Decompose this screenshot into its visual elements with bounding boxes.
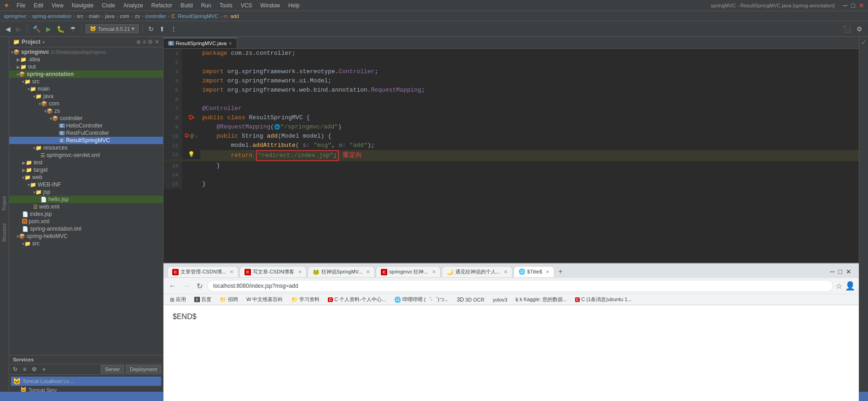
server-tab[interactable]: Server <box>101 365 124 373</box>
breadcrumb-item[interactable]: add <box>230 13 239 19</box>
menu-code[interactable]: Code <box>98 1 119 10</box>
tree-item-resources[interactable]: ▾ 📁 resources <box>9 144 163 151</box>
bean-gutter-icon[interactable]: 🫘 <box>188 113 195 122</box>
browser-maximize[interactable]: □ <box>839 268 842 275</box>
tree-item-spring-annotation[interactable]: ▾ 📦 spring-annotation <box>9 70 163 78</box>
browser-tab-csdn1[interactable]: C 文章管理-CSDN博... ✕ <box>167 266 239 277</box>
tab-close-6[interactable]: ✕ <box>546 269 549 274</box>
browser-tab-title-active[interactable]: 🌐 $Title$ ✕ <box>513 266 555 277</box>
tree-item-test[interactable]: ▶ 📁 test <box>9 159 163 166</box>
close-panel-icon[interactable]: ✕ <box>155 39 159 45</box>
tree-item-idea[interactable]: ▶ 📁 .idea <box>9 56 163 63</box>
tree-item-springmvc-servlet[interactable]: ☰ springmvc-servlet.xml <box>9 151 163 159</box>
new-tab-button[interactable]: + <box>555 267 565 277</box>
browser-tab-kuangshen2[interactable]: C springmvc 狂神... ✕ <box>376 266 440 277</box>
tab-close-1[interactable]: ✕ <box>230 269 233 274</box>
bookmark-bilibili[interactable]: 🌐 哔哩哔哩 (゜-゜)つ... <box>391 295 451 304</box>
services-refresh-btn[interactable]: ↻ <box>11 365 19 373</box>
tomcat-selector[interactable]: 🐱 Tomcat 8.5.11 ▾ <box>86 24 139 33</box>
breadcrumb-item[interactable]: zs <box>135 13 140 19</box>
browser-back-button[interactable]: ← <box>167 281 178 291</box>
breadcrumb-item[interactable]: spring-annotation <box>32 13 71 19</box>
at-gutter-icon[interactable]: @ <box>191 132 194 141</box>
tab-close-2[interactable]: ✕ <box>298 269 302 274</box>
minimize-button[interactable]: ─ <box>843 2 848 9</box>
back-navigation-button[interactable]: ◀ <box>4 24 12 34</box>
menu-window[interactable]: Window <box>256 1 284 10</box>
browser-close[interactable]: ✕ <box>846 268 851 275</box>
tree-item-src2[interactable]: ▾ 📁 src <box>9 240 163 247</box>
locate-icon[interactable]: ⊕ <box>136 39 141 45</box>
bookmark-wikipedia[interactable]: W 中文维基百科 <box>244 295 285 304</box>
bookmark-apps[interactable]: ⊞ 应用 <box>167 295 189 304</box>
collapse-icon[interactable]: ≡ <box>143 39 146 45</box>
services-collapse-btn[interactable]: ≡ <box>21 365 28 373</box>
breadcrumb-item[interactable]: controller <box>145 13 166 19</box>
project-vtab[interactable]: Project <box>1 194 8 212</box>
menu-refactor[interactable]: Refactor <box>148 1 176 10</box>
bookmark-ubuntu[interactable]: C C (1条消息)ubuntu 1... <box>572 295 635 304</box>
services-more-btn[interactable]: » <box>41 365 47 373</box>
breadcrumb-item[interactable]: main <box>89 13 100 19</box>
build-button[interactable]: 🔨 <box>31 24 42 34</box>
tree-item-iml[interactable]: 📄 spring-annotation.iml <box>9 225 163 232</box>
bookmark-star-icon[interactable]: ☆ <box>836 282 842 291</box>
forward-navigation-button[interactable]: ▶ <box>14 24 23 34</box>
browser-forward-button[interactable]: → <box>181 281 192 291</box>
close-button[interactable]: ✕ <box>859 2 864 9</box>
tree-item-java[interactable]: ▾ 📁 java <box>9 93 163 100</box>
tree-item-hello-jsp[interactable]: 📄 hello.jsp <box>9 196 163 203</box>
maximize-button[interactable]: □ <box>851 2 855 9</box>
tree-item-webinf[interactable]: ▾ 📁 WEB-INF <box>9 181 163 188</box>
menu-navigate[interactable]: Navigate <box>68 1 97 10</box>
browser-profile-icon[interactable]: 👤 <box>845 281 855 291</box>
browser-tab-csdn2[interactable]: C 写文章-CSDN博客 ✕ <box>239 266 307 277</box>
refresh-button[interactable]: ↻ <box>146 24 156 34</box>
run-button[interactable]: ▶ <box>44 24 53 34</box>
settings-icon[interactable]: ⚙ <box>148 39 153 45</box>
tree-item-index-jsp[interactable]: 📄 index.jsp <box>9 210 163 218</box>
project-dropdown-icon[interactable]: ▾ <box>42 40 45 45</box>
tree-item-main[interactable]: ▾ 📁 main <box>9 85 163 93</box>
breadcrumb-item[interactable]: ResultSpringMVC <box>178 13 218 19</box>
tab-close-5[interactable]: ✕ <box>504 269 507 274</box>
tree-item-target[interactable]: ▶ 📁 target <box>9 166 163 174</box>
menu-help[interactable]: Help <box>285 1 303 10</box>
tab-close-3[interactable]: ✕ <box>366 269 370 274</box>
bookmark-personal[interactable]: C C 个人资料-个人中心... <box>325 295 388 304</box>
menu-run[interactable]: Run <box>198 1 215 10</box>
menu-build[interactable]: Build <box>177 1 197 10</box>
tree-item-pom-xml[interactable]: 🅼 pom.xml <box>9 218 163 225</box>
bookmark-kaggle[interactable]: k k Kaggle: 您的数据... <box>513 295 570 304</box>
menu-edit[interactable]: Edit <box>30 1 47 10</box>
tree-item-spring-hellomvc[interactable]: ▾ 📦 spring-helloMVC <box>9 232 163 240</box>
menu-analyze[interactable]: Analyze <box>120 1 147 10</box>
breadcrumb-item[interactable]: src <box>76 13 83 19</box>
browser-refresh-button[interactable]: ↻ <box>195 281 204 291</box>
browser-minimize[interactable]: ─ <box>830 268 835 275</box>
method-gutter-icon[interactable]: 🫘 <box>184 132 190 141</box>
menu-vcs[interactable]: VCS <box>237 1 256 10</box>
stop-button[interactable]: ⬛ <box>841 24 853 34</box>
menu-file[interactable]: File <box>13 1 29 10</box>
tomcat-localhost-entry[interactable]: 🐱 Tomcat Localhost Lo... <box>11 377 161 386</box>
tree-item-jsp-folder[interactable]: ▾ 📁 jsp <box>9 188 163 196</box>
update-button[interactable]: ⬆ <box>157 24 167 34</box>
tab-close-icon[interactable]: ✕ <box>228 41 232 46</box>
structure-vtab-btn[interactable]: Structure <box>1 221 8 244</box>
breadcrumb-item[interactable]: com <box>120 13 129 19</box>
breadcrumb-item[interactable]: java <box>105 13 114 19</box>
settings-button[interactable]: ⚙ <box>855 24 864 34</box>
deployment-tab[interactable]: Deployment <box>126 365 161 373</box>
tree-item-springmvc[interactable]: ▾ 📦 springmvc G:\Desktop\java\springmvc <box>9 48 163 56</box>
tree-item-zs[interactable]: ▾ 📦 zs <box>9 107 163 115</box>
tree-item-web[interactable]: ▾ 📁 web <box>9 174 163 181</box>
bookmark-ocr[interactable]: 3D 3D OCR <box>454 296 487 304</box>
bookmark-study[interactable]: 📁 学习资料 <box>288 295 322 304</box>
breadcrumb-item[interactable]: springmvc <box>4 13 27 19</box>
bulb-gutter-icon[interactable]: 💡 <box>188 150 195 159</box>
tree-item-web-xml[interactable]: ☰ web.xml <box>9 203 163 210</box>
debug-button[interactable]: 🐛 <box>55 24 66 34</box>
tree-item-com[interactable]: ▾ 📦 com <box>9 100 163 107</box>
menu-tools[interactable]: Tools <box>216 1 236 10</box>
